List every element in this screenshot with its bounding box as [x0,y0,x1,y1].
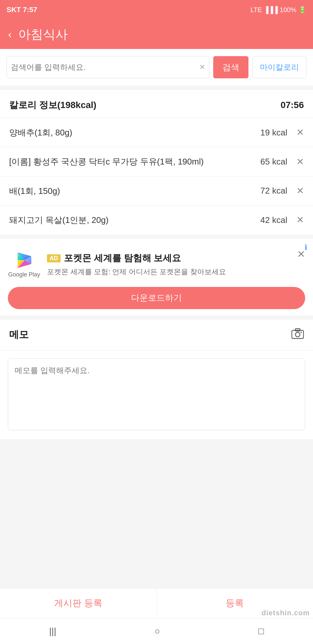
board-register-button[interactable]: 게시판 등록 [0,589,157,618]
memo-section: 메모 [0,320,313,439]
food-kcal: 65 kcal [261,157,287,167]
my-calorie-button[interactable]: 마이칼로리 [252,56,306,78]
info-icon[interactable]: ℹ [305,243,307,252]
memo-label: 메모 [9,328,29,341]
battery-text: 100% [280,6,296,14]
food-name: [이롬] 황성주 국산콩 닥터c 무가당 두유(1팩, 190ml) [9,156,257,167]
calorie-title: 칼로리 정보(198kcal) [9,99,97,111]
ad-section: ℹ [0,239,313,316]
carrier-time: SKT 7:57 [7,6,37,14]
remove-food-button[interactable]: ✕ [296,215,304,225]
memo-header: 메모 [0,320,313,351]
search-input[interactable] [11,63,199,72]
ad-description: 포켓몬 세계를 모험: 언제 어디서든 포켓몬을 찾아보세요 [47,267,291,277]
memo-textarea[interactable] [8,358,305,430]
download-button[interactable]: 다운로드하기 [8,287,305,309]
status-bar: SKT 7:57 LTE ▐▐▐ 100% 🔋 [0,0,313,20]
svg-rect-7 [295,329,300,331]
svg-point-6 [295,332,300,337]
remove-food-button[interactable]: ✕ [296,157,304,166]
food-item: 배(1회, 150g) 72 kcal ✕ [0,176,313,205]
remove-food-button[interactable]: ✕ [296,128,304,137]
ad-close-button[interactable]: ✕ [297,248,305,260]
food-list: 양배추(1회, 80g) 19 kcal ✕ [이롬] 황성주 국산콩 닥터c … [0,118,313,235]
search-input-wrapper: ✕ [7,56,209,78]
ad-content: Google Play AD 포켓몬 세계를 탐험해 보세요 포켓몬 세계를 모… [8,245,305,281]
page-title: 아침식사 [18,26,68,43]
battery-icon: 🔋 [298,6,306,14]
food-name: 배(1회, 150g) [9,185,257,197]
ad-title-row: AD 포켓몬 세계를 탐험해 보세요 [47,252,291,264]
status-icons: LTE ▐▐▐ 100% 🔋 [250,6,306,14]
calorie-info-header: 칼로리 정보(198kcal) 07:56 [0,89,313,118]
nav-recent-button[interactable]: □ [258,626,264,636]
signal-icon: ▐▐▐ [264,6,278,14]
ad-text-area: AD 포켓몬 세계를 탐험해 보세요 포켓몬 세계를 모험: 언제 어디서든 포… [47,252,291,277]
food-item: [이롬] 황성주 국산콩 닥터c 무가당 두유(1팩, 190ml) 65 kc… [0,147,313,176]
svg-point-8 [301,332,302,333]
clear-icon[interactable]: ✕ [199,63,205,71]
calorie-time: 07:56 [280,100,304,110]
search-button[interactable]: 검색 [213,56,248,78]
remove-food-button[interactable]: ✕ [296,186,304,196]
navigation-bar: ||| ○ □ [0,618,313,644]
google-play-text: Google Play [8,271,40,278]
food-kcal: 72 kcal [261,186,287,196]
camera-button[interactable] [291,328,304,342]
lte-icon: LTE [250,6,262,14]
google-play-logo: Google Play [8,248,40,281]
food-item: 돼지고기 목살(1인분, 20g) 42 kcal ✕ [0,205,313,234]
ad-title: 포켓몬 세계를 탐험해 보세요 [64,252,181,264]
play-store-icon [15,251,33,269]
back-button[interactable]: ‹ [8,29,12,39]
search-area: ✕ 검색 마이칼로리 [0,49,313,86]
food-item: 양배추(1회, 80g) 19 kcal ✕ [0,118,313,147]
watermark: dietshin.com [261,609,310,617]
nav-back-button[interactable]: ||| [49,626,56,636]
food-kcal: 19 kcal [261,128,287,138]
food-name: 돼지고기 목살(1인분, 20g) [9,214,257,226]
ad-badge: AD [47,254,61,262]
memo-input-area [0,351,313,439]
nav-home-button[interactable]: ○ [155,626,160,636]
camera-icon [291,328,304,339]
food-kcal: 42 kcal [261,215,287,225]
page-header: ‹ 아침식사 [0,20,313,49]
food-name: 양배추(1회, 80g) [9,127,257,138]
